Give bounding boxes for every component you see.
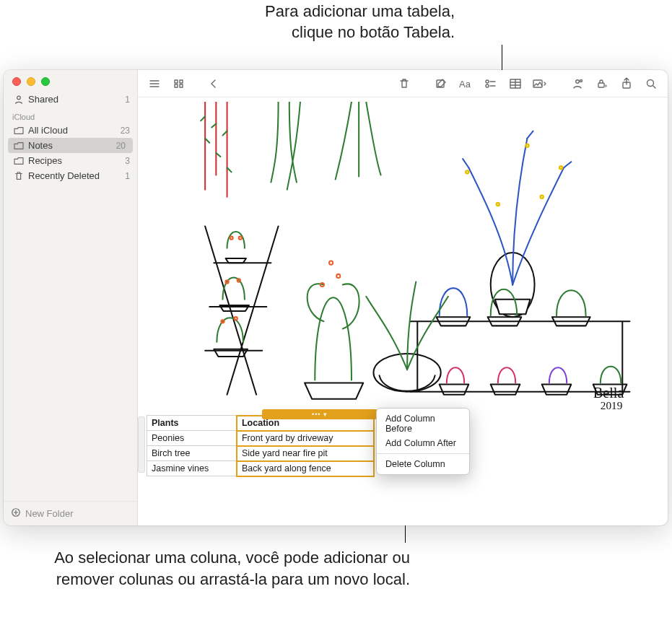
sidebar-item-count: 3 xyxy=(125,156,130,166)
notes-window: Shared 1 iCloud All iCloud 23 Notes 20 R… xyxy=(4,70,668,525)
view-list-button[interactable] xyxy=(144,74,165,93)
svg-rect-14 xyxy=(598,83,604,87)
sidebar-item-count: 23 xyxy=(121,126,130,136)
back-button[interactable] xyxy=(203,74,224,93)
callout-top-leader xyxy=(502,45,502,70)
table-cell[interactable]: Peonies xyxy=(147,431,237,446)
people-icon xyxy=(14,95,24,105)
sketch-drawing: Bella 2019 xyxy=(147,97,659,409)
svg-point-16 xyxy=(647,79,654,86)
lock-button[interactable] xyxy=(591,74,613,93)
sidebar-item-label: Recipes xyxy=(28,155,121,166)
zoom-window-button[interactable] xyxy=(41,77,50,86)
svg-point-28 xyxy=(525,144,528,147)
sidebar-shared[interactable]: Shared 1 xyxy=(4,92,137,107)
svg-point-8 xyxy=(486,80,489,83)
table-button[interactable] xyxy=(505,74,526,93)
note-main: Aa xyxy=(138,70,668,525)
note-table[interactable]: Plants Location Peonies Front yard by dr… xyxy=(147,415,374,476)
close-window-button[interactable] xyxy=(12,77,21,86)
svg-point-9 xyxy=(486,84,489,87)
window-controls xyxy=(4,70,137,92)
menu-separator xyxy=(377,453,469,454)
plus-circle-icon xyxy=(11,507,21,520)
new-folder-label: New Folder xyxy=(25,508,73,519)
menu-add-column-after[interactable]: Add Column After xyxy=(377,436,469,450)
search-button[interactable] xyxy=(640,74,662,93)
table-row: Jasmine vines Back yard along fence xyxy=(147,461,374,476)
signature-name: Bella xyxy=(593,385,624,401)
column-handle-selected[interactable]: ••• ▾ xyxy=(262,409,378,419)
checklist-button[interactable] xyxy=(480,74,502,93)
table-row: Peonies Front yard by driveway xyxy=(147,431,374,446)
text-style-button[interactable]: Aa xyxy=(455,74,477,93)
sidebar-item-count: 20 xyxy=(116,141,126,151)
row-handle[interactable] xyxy=(138,416,145,473)
table-cell[interactable]: Front yard by driveway xyxy=(237,431,373,446)
new-folder-button[interactable]: New Folder xyxy=(4,501,137,525)
minimize-window-button[interactable] xyxy=(27,77,35,86)
sidebar-item-count: 1 xyxy=(125,171,130,181)
sidebar-item-notes[interactable]: Notes 20 xyxy=(8,138,133,153)
table-cell[interactable]: Jasmine vines xyxy=(147,461,237,476)
note-table-container: ••• ▾ Plants Location Peonies Front yard… xyxy=(147,415,659,476)
callout-top: Para adicionar uma tabela, clique no bot… xyxy=(238,1,455,43)
table-cell[interactable]: Side yard near fire pit xyxy=(237,446,373,461)
table-header[interactable]: Plants xyxy=(147,416,237,431)
media-button[interactable] xyxy=(529,74,551,93)
svg-point-12 xyxy=(576,79,580,83)
toolbar: Aa xyxy=(138,70,668,97)
sidebar-item-recipes[interactable]: Recipes 3 xyxy=(4,153,137,168)
note-canvas[interactable]: Bella 2019 ••• ▾ Plants Location xyxy=(138,97,668,525)
svg-rect-4 xyxy=(175,84,178,87)
svg-rect-3 xyxy=(180,80,183,83)
svg-point-18 xyxy=(239,237,242,240)
svg-rect-2 xyxy=(175,80,178,83)
svg-text:Aa: Aa xyxy=(459,79,471,89)
compose-button[interactable] xyxy=(431,74,453,93)
svg-point-13 xyxy=(580,79,582,82)
svg-point-24 xyxy=(336,274,340,278)
svg-point-30 xyxy=(497,203,499,206)
svg-point-29 xyxy=(559,166,562,169)
trash-icon xyxy=(14,171,24,181)
svg-point-27 xyxy=(466,170,468,173)
sidebar-item-label: All iCloud xyxy=(28,125,116,136)
sidebar-section-head: iCloud xyxy=(4,107,137,123)
table-row: Birch tree Side yard near fire pit xyxy=(147,446,374,461)
svg-point-25 xyxy=(329,261,333,265)
sidebar-item-label: Notes xyxy=(28,140,112,151)
folder-icon xyxy=(14,141,24,150)
table-cell[interactable]: Birch tree xyxy=(147,446,237,461)
sidebar-item-recently-deleted[interactable]: Recently Deleted 1 xyxy=(4,168,137,183)
signature-year: 2019 xyxy=(601,399,622,409)
menu-add-column-before[interactable]: Add Column Before xyxy=(377,411,469,436)
sidebar-item-all-icloud[interactable]: All iCloud 23 xyxy=(4,123,137,138)
folder-icon xyxy=(14,126,24,135)
svg-rect-5 xyxy=(180,84,183,87)
callout-bottom: Ao selecionar uma coluna, você pode adic… xyxy=(42,547,410,590)
view-grid-button[interactable] xyxy=(168,74,190,93)
collaborate-button[interactable] xyxy=(567,74,588,93)
menu-delete-column[interactable]: Delete Column xyxy=(377,457,469,471)
drag-dots-icon: ••• ▾ xyxy=(312,411,328,418)
svg-point-31 xyxy=(541,196,544,198)
folder-icon xyxy=(14,157,24,165)
svg-point-0 xyxy=(17,96,21,100)
sidebar-item-label: Shared xyxy=(28,94,121,105)
column-context-menu: Add Column Before Add Column After Delet… xyxy=(376,408,470,475)
sidebar-item-label: Recently Deleted xyxy=(28,170,121,181)
share-button[interactable] xyxy=(616,74,637,93)
svg-point-22 xyxy=(235,317,237,320)
svg-point-17 xyxy=(230,237,233,240)
sidebar-item-count: 1 xyxy=(125,95,130,105)
table-cell[interactable]: Back yard along fence xyxy=(237,461,373,476)
sidebar: Shared 1 iCloud All iCloud 23 Notes 20 R… xyxy=(4,70,138,525)
delete-button[interactable] xyxy=(393,74,415,93)
